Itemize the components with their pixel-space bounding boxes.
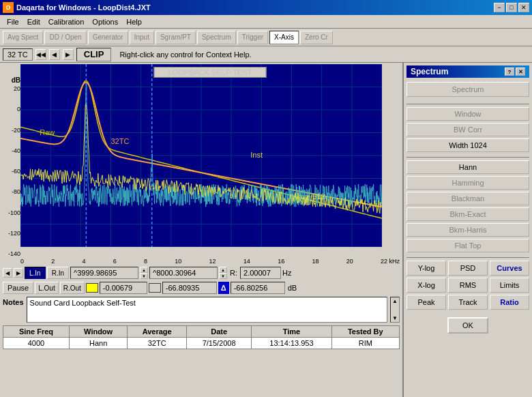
panel-close-button[interactable]: ✕ (516, 68, 525, 76)
x-label-14: 14 (243, 258, 250, 265)
y-label-m80: -80 (3, 188, 20, 195)
x-log-button[interactable]: X-log (407, 278, 446, 293)
input-button[interactable]: Input (130, 31, 154, 44)
col-date: Date (187, 326, 252, 338)
menu-options[interactable]: Options (88, 16, 122, 27)
y-label-m60: -60 (3, 168, 20, 175)
zero-cr-button[interactable]: Zero Cr (300, 31, 333, 44)
notes-scrollbar[interactable]: ▲ ▼ (390, 297, 400, 323)
ok-button[interactable]: OK (447, 317, 488, 334)
y-axis: dB 20 0 -20 -40 -60 -80 -100 -120 -140 (3, 64, 20, 257)
limits-button[interactable]: Limits (490, 278, 529, 293)
nav-left-arrow[interactable]: ◀ (3, 268, 12, 278)
flat-top-button[interactable]: Flat Top (407, 239, 529, 252)
x-label-18: 18 (312, 258, 319, 265)
val1-field[interactable]: -0.00679 (100, 282, 147, 294)
ratio-button[interactable]: Ratio (490, 295, 529, 310)
y-label-m100: -100 (3, 209, 20, 216)
spin-up-1[interactable]: ▲ (140, 267, 148, 273)
x-axis-button[interactable]: X-Axis (269, 31, 299, 44)
scroll-up-arrow[interactable]: ▲ (392, 298, 398, 304)
cell-date: 7/15/2008 (187, 338, 252, 349)
spin-down-2[interactable]: ▼ (219, 273, 227, 279)
btn-row-1: Y-log PSD Curves (407, 261, 529, 276)
hamming-button[interactable]: Hamming (407, 176, 529, 190)
track-button[interactable]: Track (448, 295, 488, 310)
minimize-button[interactable]: − (494, 3, 505, 12)
scroll-down-arrow[interactable]: ▼ (392, 315, 398, 321)
bkm-harris-button[interactable]: Bkm-Harris (407, 223, 529, 237)
db-axis-label: dB (3, 76, 20, 84)
notes-text-field[interactable]: Sound Card Loopback Self-Test (27, 297, 387, 323)
menu-help[interactable]: Help (122, 16, 146, 27)
maximize-button[interactable]: □ (506, 3, 517, 12)
help-text: Right-click any control for Context Help… (119, 50, 251, 59)
cell-time: 13:14:13.953 (252, 338, 331, 349)
menu-calibration[interactable]: Calibration (44, 16, 89, 27)
freq-field-1[interactable]: ^3999.98695 (70, 267, 138, 279)
menu-file[interactable]: File (3, 16, 23, 27)
peak-button[interactable]: Peak (407, 295, 446, 310)
val3-field[interactable]: -66.80256 (231, 282, 285, 294)
r-in-button[interactable]: R.In (47, 267, 69, 279)
x-label-20: 20 (346, 258, 353, 265)
spin-up-2[interactable]: ▲ (219, 267, 227, 273)
toolbar: Avg Spect DD / Open Generator Input Sgra… (0, 29, 532, 46)
col-average: Average (128, 326, 187, 338)
y-label-m20: -20 (3, 127, 20, 134)
separator-3 (407, 257, 529, 258)
spectrum-toolbar-button[interactable]: Spectrum (197, 31, 236, 44)
panel-title: Spectrum (411, 67, 448, 76)
l-in-button[interactable]: L.In (25, 267, 46, 279)
trigger-button[interactable]: Trigger (237, 31, 268, 44)
pause-row: Pause L.Out R.Out -0.00679 -66.80935 Δ -… (0, 280, 402, 295)
close-button[interactable]: ✕ (518, 3, 529, 12)
color-indicator-1 (86, 283, 98, 293)
hann-button[interactable]: Hann (407, 160, 529, 174)
bw-corr-button[interactable]: BW Corr (407, 123, 529, 136)
app-icon: D (3, 2, 14, 13)
r-value-field[interactable]: 2.00007 (240, 267, 281, 279)
window-button[interactable]: Window (407, 107, 529, 121)
left-panel: dB 20 0 -20 -40 -60 -80 -100 -120 -140 (0, 63, 402, 397)
btn-row-3: Peak Track Ratio (407, 295, 529, 310)
l-out-button[interactable]: L.Out (35, 282, 58, 294)
spectrum-chart[interactable] (20, 64, 382, 247)
dd-open-button[interactable]: DD / Open (44, 31, 86, 44)
nav-prev[interactable]: ◀ (49, 49, 60, 60)
pause-button[interactable]: Pause (3, 282, 33, 294)
width-button[interactable]: Width 1024 (407, 138, 529, 152)
freq-spinner-1[interactable]: ▲ ▼ (140, 267, 148, 279)
nav-prev-prev[interactable]: ◀◀ (35, 49, 46, 60)
rms-button[interactable]: RMS (448, 278, 488, 293)
freq-spinner-2[interactable]: ▲ ▼ (219, 267, 227, 279)
controls-row-1: ◀ ▶ L.In R.In ^3999.98695 ▲ ▼ ^8000.3096… (0, 265, 402, 280)
r-out-button[interactable]: R.Out (60, 282, 85, 294)
spectrum-main-button[interactable]: Spectrum (407, 82, 529, 97)
generator-button[interactable]: Generator (88, 31, 128, 44)
y-log-button[interactable]: Y-log (407, 261, 446, 276)
panel-help-button[interactable]: ? (505, 68, 514, 76)
val2-field[interactable]: -66.80935 (162, 282, 217, 294)
freq-field-2[interactable]: ^8000.30964 (149, 267, 218, 279)
y-label-m40: -40 (3, 147, 20, 154)
spin-down-1[interactable]: ▼ (140, 273, 148, 279)
db-unit-label: dB (288, 284, 297, 292)
right-panel: Spectrum ? ✕ Spectrum Window BW Corr Wid… (402, 63, 532, 397)
hz-label: Hz (282, 269, 291, 277)
clip-button[interactable]: CLIP (76, 48, 112, 61)
bkm-exact-button[interactable]: Bkm-Exact (407, 207, 529, 221)
nav-next[interactable]: ▶ (63, 49, 74, 60)
nav-right-arrow[interactable]: ▶ (14, 268, 23, 278)
sgram-pt-button[interactable]: Sgram/PT (156, 31, 196, 44)
x-label-10: 10 (175, 258, 181, 265)
table-row: 4000 Hann 32TC 7/15/2008 13:14:13.953 RI… (3, 338, 400, 349)
blackman-button[interactable]: Blackman (407, 192, 529, 205)
psd-button[interactable]: PSD (448, 261, 488, 276)
curves-button[interactable]: Curves (490, 261, 529, 276)
menu-edit[interactable]: Edit (23, 16, 44, 27)
col-time: Time (252, 326, 331, 338)
color-indicator-2 (149, 283, 161, 293)
col-sine-freq: Sine Freq (3, 326, 70, 338)
avg-spect-button[interactable]: Avg Spect (3, 31, 43, 44)
